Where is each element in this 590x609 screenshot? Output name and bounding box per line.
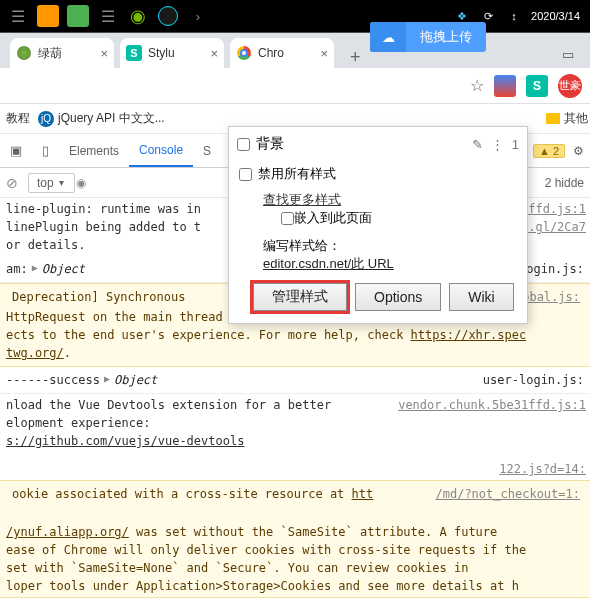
hidden-count: 2 hidde [545, 176, 584, 190]
tab-console[interactable]: Console [129, 134, 193, 167]
style-name: 背景 [256, 135, 284, 153]
edit-icon[interactable]: ✎ [472, 137, 483, 152]
alienware-icon[interactable] [154, 2, 182, 30]
bookmark-item[interactable]: jQ jQuery API 中文文... [34, 110, 169, 127]
style-count: 1 [512, 137, 519, 152]
style-toggle-checkbox[interactable] [237, 138, 250, 151]
tab-label: Stylu [148, 46, 175, 60]
source-link[interactable]: 122.js?d=14: [499, 460, 586, 478]
source-link[interactable]: ogin.js: [526, 260, 584, 278]
log-label: ------success [6, 371, 100, 389]
warning-badge[interactable]: ▲ 2 [533, 144, 565, 158]
context-selector[interactable]: top [28, 173, 75, 193]
embed-checkbox[interactable] [281, 212, 294, 225]
stylus-popup: 背景 ✎ ⋮ 1 禁用所有样式 查找更多样式 嵌入到此页面 编写样式给： edi… [228, 126, 528, 324]
taskbar: ☰ ☰ ◉ › ❖ ⟳ ↕ 2020/3/14 [0, 0, 590, 32]
close-icon[interactable]: × [210, 46, 218, 61]
upload-label: 拖拽上传 [406, 28, 486, 46]
edit-url-link[interactable]: editor.csdn.net/此 URL [263, 256, 394, 271]
bookmark-item[interactable]: 教程 [2, 110, 34, 127]
console-warning-body: /ynuf.aliapp.org/ was set without the `S… [6, 505, 584, 595]
object-value[interactable]: Object [42, 260, 85, 278]
tab-label: Chro [258, 46, 284, 60]
bookmark-star-icon[interactable]: ☆ [470, 76, 484, 95]
devtools-link[interactable]: s://github.com/vuejs/vue-devtools [6, 434, 244, 448]
close-icon[interactable]: × [320, 46, 328, 61]
favicon-icon [236, 45, 252, 61]
help-link[interactable]: twg.org/ [6, 346, 64, 360]
upload-bubble[interactable]: ☁ 拖拽上传 [370, 22, 486, 52]
wechat-icon[interactable] [64, 2, 92, 30]
menu-icon[interactable]: ☰ [4, 2, 32, 30]
console-warning: ookie associated with a cross-site resou… [12, 485, 436, 503]
tab-strip: 绿葫 × S Stylu × Chro × + ▭ [0, 32, 590, 68]
browser-tab[interactable]: 绿葫 × [10, 38, 114, 68]
disable-all-checkbox[interactable] [239, 168, 252, 181]
resource-link[interactable]: htt [352, 487, 374, 501]
tab-label: 绿葫 [38, 45, 62, 62]
profile-avatar[interactable]: 世豪 [558, 74, 582, 98]
favicon-icon: S [126, 45, 142, 61]
object-value[interactable]: Object [114, 371, 157, 389]
tabs-overview-icon[interactable]: ▭ [562, 47, 574, 62]
tab-elements[interactable]: Elements [59, 144, 129, 158]
app-icon[interactable]: ☰ [94, 2, 122, 30]
log-label: am: [6, 260, 28, 278]
stylus-extension-icon[interactable]: S [526, 75, 548, 97]
resource-link[interactable]: /ynuf.aliapp.org/ [6, 525, 129, 539]
edit-for-label: 编写样式给： [263, 238, 341, 253]
nvidia-icon[interactable]: ◉ [124, 2, 152, 30]
new-tab-button[interactable]: + [340, 47, 371, 68]
disable-all-label: 禁用所有样式 [258, 165, 336, 183]
expand-icon[interactable]: ▶ [104, 371, 110, 389]
expand-icon[interactable]: ▶ [32, 260, 38, 278]
bookmark-label[interactable]: 其他 [564, 110, 588, 127]
jquery-icon: jQ [38, 111, 54, 127]
browser-toolbar: ☆ S 世豪 [0, 68, 590, 104]
chevron-down-icon: ▾ [59, 177, 64, 188]
source-link[interactable]: ffd.js:1 .gl/2Ca7 [528, 200, 586, 254]
tab-more[interactable]: S [193, 144, 221, 158]
clear-console-icon[interactable]: ⊘ [6, 175, 18, 191]
source-link[interactable]: /md/?not_checkout=1: [436, 485, 581, 503]
help-link[interactable]: https://xhr.spec [411, 328, 527, 342]
arrow-icon[interactable]: ↕ [505, 7, 523, 25]
extension-icon[interactable] [494, 75, 516, 97]
more-icon[interactable]: ⋮ [491, 137, 504, 152]
browser-tab[interactable]: S Stylu × [120, 38, 224, 68]
find-more-link[interactable]: 查找更多样式 [263, 192, 341, 207]
embed-label: 嵌入到此页面 [294, 209, 372, 227]
console-message: nload the Vue Devtools extension for a b… [6, 396, 586, 450]
manage-styles-button[interactable]: 管理样式 [253, 283, 347, 311]
device-icon[interactable]: ▯ [32, 143, 59, 158]
close-icon[interactable]: × [100, 46, 108, 61]
browser-tab[interactable]: Chro × [230, 38, 334, 68]
clock-date: 2020/3/14 [531, 10, 586, 22]
wiki-button[interactable]: Wiki [449, 283, 513, 311]
cloud-icon: ☁ [370, 22, 406, 52]
favicon-icon [16, 45, 32, 61]
folder-icon [546, 113, 560, 124]
eye-icon[interactable]: ◉ [76, 176, 86, 190]
source-link[interactable]: vendor.chunk.5be31ffd.js:1 [398, 396, 586, 414]
inspect-icon[interactable]: ▣ [0, 143, 32, 158]
app-icon[interactable] [34, 2, 62, 30]
chevron-right-icon[interactable]: › [184, 2, 212, 30]
settings-icon[interactable]: ⚙ [573, 144, 584, 158]
options-button[interactable]: Options [355, 283, 441, 311]
bookmark-label: jQuery API 中文文... [58, 110, 165, 127]
source-link[interactable]: user-login.js: [483, 371, 584, 389]
